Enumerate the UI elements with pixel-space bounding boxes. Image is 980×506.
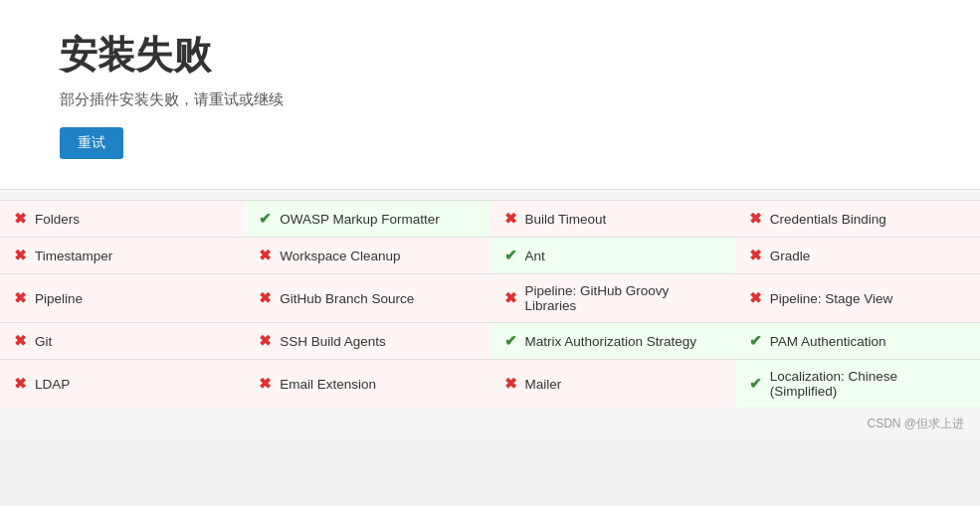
x-icon: ✖ <box>14 247 27 264</box>
retry-button[interactable]: 重试 <box>60 127 123 159</box>
plugin-label: OWASP Markup Formatter <box>280 212 440 227</box>
table-cell: ✖Git <box>0 323 245 360</box>
check-icon: ✔ <box>749 375 762 393</box>
table-cell: ✖Pipeline <box>0 274 245 323</box>
check-icon: ✔ <box>504 332 517 350</box>
x-icon: ✖ <box>749 289 762 307</box>
x-icon: ✖ <box>504 289 517 307</box>
plugin-label: Git <box>35 334 52 349</box>
table-cell: ✔Ant <box>490 238 735 274</box>
plugin-label: Credentials Binding <box>770 212 886 227</box>
plugin-table-section: ✖Folders✔OWASP Markup Formatter✖Build Ti… <box>0 190 980 440</box>
x-icon: ✖ <box>14 375 27 393</box>
table-cell: ✔Localization: Chinese (Simplified) <box>735 360 980 409</box>
page-subtitle: 部分插件安装失败，请重试或继续 <box>60 90 920 109</box>
table-cell: ✔Matrix Authorization Strategy <box>490 323 735 360</box>
top-section: 安装失败 部分插件安装失败，请重试或继续 重试 <box>0 0 980 190</box>
watermark: CSDN @但求上进 <box>0 408 980 440</box>
x-icon: ✖ <box>504 375 517 393</box>
plugin-label: Timestamper <box>35 249 112 263</box>
plugin-label: Workspace Cleanup <box>280 249 400 263</box>
x-icon: ✖ <box>749 210 762 228</box>
table-cell: ✔OWASP Markup Formatter <box>245 201 490 238</box>
x-icon: ✖ <box>504 210 517 228</box>
table-cell: ✖Pipeline: GitHub Groovy Libraries <box>490 274 735 323</box>
plugin-label: Pipeline <box>35 291 83 306</box>
x-icon: ✖ <box>14 289 27 307</box>
plugin-label: Pipeline: Stage View <box>770 291 893 306</box>
table-cell: ✖Pipeline: Stage View <box>735 274 980 323</box>
x-icon: ✖ <box>749 247 762 264</box>
x-icon: ✖ <box>259 247 272 264</box>
x-icon: ✖ <box>259 332 272 350</box>
x-icon: ✖ <box>14 210 27 228</box>
plugin-label: SSH Build Agents <box>280 334 386 349</box>
plugin-table: ✖Folders✔OWASP Markup Formatter✖Build Ti… <box>0 200 980 408</box>
plugin-label: GitHub Branch Source <box>280 291 414 306</box>
plugin-label: LDAP <box>35 377 70 392</box>
x-icon: ✖ <box>259 375 272 393</box>
plugin-label: Pipeline: GitHub Groovy Libraries <box>525 283 721 313</box>
table-row: ✖LDAP✖Email Extension✖Mailer✔Localizatio… <box>0 360 980 409</box>
plugin-label: Localization: Chinese (Simplified) <box>770 369 966 399</box>
table-cell: ✖GitHub Branch Source <box>245 274 490 323</box>
table-row: ✖Pipeline✖GitHub Branch Source✖Pipeline:… <box>0 274 980 323</box>
table-cell: ✖Email Extension <box>245 360 490 409</box>
plugin-label: Build Timeout <box>525 212 607 227</box>
plugin-label: Email Extension <box>280 377 376 392</box>
plugin-label: Matrix Authorization Strategy <box>525 334 697 349</box>
x-icon: ✖ <box>259 289 272 307</box>
table-cell: ✖Timestamper <box>0 238 245 274</box>
table-cell: ✔PAM Authentication <box>735 323 980 360</box>
table-cell: ✖Credentials Binding <box>735 201 980 238</box>
plugin-label: Gradle <box>770 249 811 263</box>
plugin-label: PAM Authentication <box>770 334 886 349</box>
plugin-label: Folders <box>35 212 80 227</box>
table-row: ✖Timestamper✖Workspace Cleanup✔Ant✖Gradl… <box>0 238 980 274</box>
check-icon: ✔ <box>504 247 517 264</box>
table-row: ✖Folders✔OWASP Markup Formatter✖Build Ti… <box>0 201 980 238</box>
table-cell: ✖LDAP <box>0 360 245 409</box>
table-cell: ✖Build Timeout <box>490 201 735 238</box>
check-icon: ✔ <box>259 210 272 228</box>
table-cell: ✖Mailer <box>490 360 735 409</box>
table-row: ✖Git✖SSH Build Agents✔Matrix Authorizati… <box>0 323 980 360</box>
page-title: 安装失败 <box>60 30 920 81</box>
plugin-label: Ant <box>525 249 545 263</box>
table-cell: ✖Folders <box>0 201 245 238</box>
table-cell: ✖Workspace Cleanup <box>245 238 490 274</box>
check-icon: ✔ <box>749 332 762 350</box>
table-cell: ✖Gradle <box>735 238 980 274</box>
x-icon: ✖ <box>14 332 27 350</box>
table-cell: ✖SSH Build Agents <box>245 323 490 360</box>
plugin-label: Mailer <box>525 377 562 392</box>
